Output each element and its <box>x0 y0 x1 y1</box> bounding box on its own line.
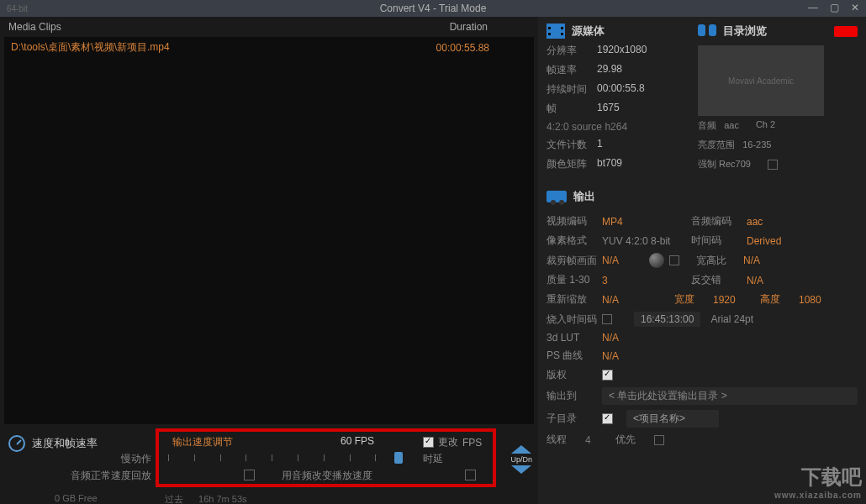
up-button[interactable] <box>511 445 531 454</box>
delay-label: 时延 <box>423 452 443 466</box>
priority-checkbox[interactable] <box>654 435 664 445</box>
threads-value[interactable]: 4 <box>585 434 610 446</box>
crop-value[interactable]: N/A <box>602 255 644 266</box>
ch-value: Ch 2 <box>756 119 775 132</box>
files-value: 1 <box>597 138 689 152</box>
format-value: 4:2:0 source h264 <box>547 121 689 133</box>
crop-label: 裁剪帧画面 <box>547 254 597 268</box>
outto-label: 输出到 <box>547 389 597 403</box>
lut-value[interactable]: N/A <box>602 332 619 344</box>
subdir-value[interactable]: <项目名称> <box>626 410 719 428</box>
change-fps-checkbox[interactable] <box>423 437 434 448</box>
browse-indicator[interactable] <box>834 26 858 37</box>
width-value[interactable]: 1920 <box>713 294 747 306</box>
window-title: Convert V4 - Trial Mode <box>380 3 487 14</box>
speed-slider[interactable] <box>168 452 404 464</box>
browse-title: 目录浏览 <box>723 24 767 39</box>
fps-label: FPS <box>462 437 482 449</box>
threads-label: 线程 <box>547 433 580 447</box>
clip-path: D:\tools\桌面\素材\视频\新项目.mp4 <box>11 40 426 55</box>
height-label: 高度 <box>760 292 794 307</box>
ps-value[interactable]: N/A <box>602 350 619 362</box>
pixfmt-value: YUV 4:2:0 8-bit <box>602 235 686 247</box>
res-value: 1920x1080 <box>597 44 689 58</box>
files-label: 文件计数 <box>547 138 597 152</box>
normal-speed-checkbox[interactable] <box>244 470 255 480</box>
aspect-value[interactable]: N/A <box>743 255 760 266</box>
tc-value[interactable]: 16:45:13:00 <box>634 312 700 327</box>
pixfmt-label: 像素格式 <box>547 234 597 248</box>
past-label: 过去 <box>165 494 183 504</box>
deinterlace-label: 反交错 <box>691 273 742 287</box>
close-button[interactable]: ✕ <box>848 2 863 13</box>
frames-label: 帧 <box>547 102 597 116</box>
source-media-icon <box>547 24 565 39</box>
output-icon <box>547 191 567 202</box>
matrix-value: bt709 <box>597 157 689 171</box>
output-speed-label: 输出速度调节 <box>172 435 233 449</box>
timecode-value[interactable]: Derived <box>747 235 781 247</box>
speed-slider-thumb[interactable] <box>394 452 403 464</box>
srcfps-value: 29.98 <box>597 63 689 77</box>
rescale-value[interactable]: N/A <box>602 294 644 306</box>
audio-speed-checkbox[interactable] <box>465 470 476 480</box>
subdir-label: 子目录 <box>547 412 597 426</box>
down-button[interactable] <box>511 465 531 474</box>
lut-label: 3d LUT <box>547 332 597 344</box>
source-title: 源媒体 <box>572 24 605 39</box>
vcodec-value[interactable]: MP4 <box>602 216 686 228</box>
quality-value[interactable]: 3 <box>602 275 686 286</box>
timecode-label: 时间码 <box>691 234 742 248</box>
speed-icon <box>8 435 25 452</box>
srcfps-label: 帧速率 <box>547 63 597 77</box>
quality-label: 质量 1-30 <box>547 273 597 287</box>
luma-label: 亮度范围 <box>698 139 735 150</box>
fps-value: 60 FPS <box>341 435 374 447</box>
acodec-value[interactable]: aac <box>747 216 763 228</box>
burntc-label: 烧入时间码 <box>547 312 597 327</box>
width-label: 宽度 <box>674 292 708 307</box>
copyright-checkbox[interactable] <box>602 370 613 381</box>
crop-button[interactable] <box>649 253 664 268</box>
change-label: 更改 <box>438 435 458 449</box>
matrix-label: 颜色矩阵 <box>547 157 597 171</box>
res-label: 分辨率 <box>547 44 597 58</box>
frames-value: 1675 <box>597 102 689 116</box>
height-value[interactable]: 1080 <box>799 294 821 306</box>
clip-row[interactable]: D:\tools\桌面\素材\视频\新项目.mp4 00:00:55.88 <box>4 37 534 58</box>
force-rec709-checkbox[interactable] <box>768 160 778 170</box>
preview-thumbnail[interactable]: Movavi Academic <box>698 45 824 116</box>
elapsed-time: 16h 7m 53s <box>198 494 246 504</box>
aspect-label: 宽高比 <box>696 254 738 268</box>
ps-label: PS 曲线 <box>547 349 597 363</box>
speed-title: 速度和帧速率 <box>32 436 98 451</box>
acodec-label: 音频编码 <box>691 214 742 228</box>
copyright-label: 版权 <box>547 368 597 382</box>
outto-value[interactable]: < 单击此处设置输出目录 > <box>602 387 858 405</box>
browse-icon <box>698 24 716 38</box>
force-label: 强制 Rec709 <box>698 158 751 171</box>
crop-checkbox[interactable] <box>669 255 679 265</box>
minimize-button[interactable]: — <box>805 2 821 13</box>
burntc-checkbox[interactable] <box>602 314 612 324</box>
slow-label: 慢动作 <box>88 452 151 466</box>
font-value[interactable]: Arial 24pt <box>710 313 753 325</box>
audio-value: aac <box>724 120 739 130</box>
updn-label: Up/Dn <box>510 455 532 464</box>
audio-label: 音频 <box>698 120 716 130</box>
vcodec-label: 视频编码 <box>547 214 597 228</box>
srcdur-label: 持续时间 <box>547 82 597 97</box>
disk-free: 0 GB Free <box>55 493 98 504</box>
clips-area[interactable]: D:\tools\桌面\素材\视频\新项目.mp4 00:00:55.88 <box>4 37 534 424</box>
audio-speed-label: 用音频改变播放速度 <box>282 469 372 483</box>
srcdur-value: 00:00:55.8 <box>597 82 689 97</box>
clip-duration: 00:00:55.88 <box>426 42 527 54</box>
rescale-label: 重新缩放 <box>547 292 597 307</box>
maximize-button[interactable]: ▢ <box>826 2 842 13</box>
bitdepth-label: 64-bit <box>7 4 28 13</box>
clips-header-media: Media Clips <box>8 21 429 33</box>
deinterlace-value[interactable]: N/A <box>747 275 763 286</box>
normal-label: 音频正常速度回放 <box>55 469 151 483</box>
priority-label: 优先 <box>615 433 649 447</box>
subdir-checkbox[interactable] <box>602 413 613 424</box>
